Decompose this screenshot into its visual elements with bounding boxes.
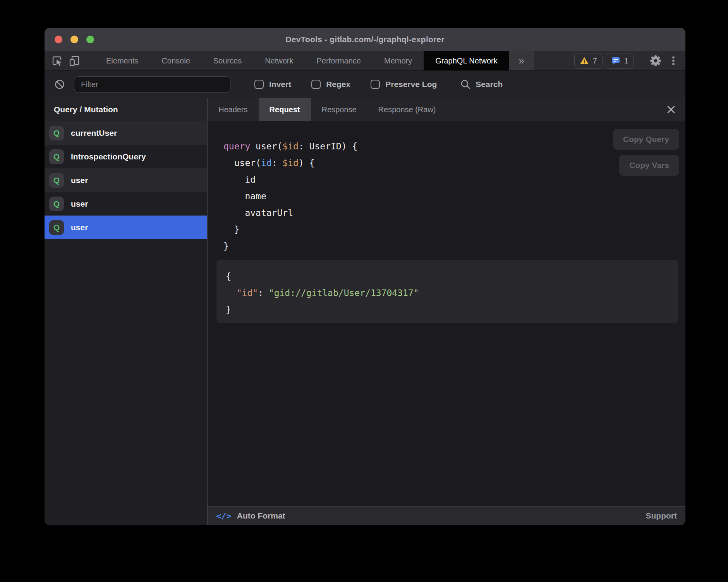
tab-memory[interactable]: Memory — [373, 51, 424, 70]
query-list-item-user-1[interactable]: Q user — [45, 168, 207, 192]
query-label: IntrospectionQuery — [71, 152, 146, 161]
message-count: 1 — [624, 56, 628, 65]
detail-footer: </> Auto Format Support — [208, 506, 685, 525]
tab-request[interactable]: Request — [259, 98, 311, 121]
code-line: } — [226, 301, 678, 318]
close-detail-icon[interactable] — [664, 103, 678, 116]
settings-gear-icon[interactable] — [648, 53, 663, 68]
query-type-badge: Q — [49, 197, 64, 211]
auto-format-button[interactable]: </> Auto Format — [216, 511, 285, 521]
query-list-item-introspectionquery[interactable]: Q IntrospectionQuery — [45, 145, 207, 168]
search-label: Search — [476, 80, 503, 89]
query-list-item-user-3-selected[interactable]: Q user — [45, 216, 207, 239]
toolbar-right-divider — [641, 56, 641, 66]
inspect-element-icon[interactable] — [50, 53, 65, 68]
more-options-icon[interactable] — [666, 53, 681, 68]
preserve-log-checkbox[interactable]: Preserve Log — [371, 80, 437, 89]
more-tabs-icon[interactable]: » — [509, 51, 534, 70]
tab-graphql-network[interactable]: GraphQL Network — [424, 51, 509, 70]
invert-checkbox[interactable]: Invert — [254, 80, 291, 89]
traffic-lights — [55, 28, 94, 51]
tab-network[interactable]: Network — [253, 51, 305, 70]
query-list-item-user-2[interactable]: Q user — [45, 192, 207, 216]
code-line: } — [223, 221, 685, 238]
tab-elements[interactable]: Elements — [94, 51, 150, 70]
variables-code: { "id": "gid://gitlab/User/13704317"} — [226, 268, 678, 318]
tab-console[interactable]: Console — [150, 51, 201, 70]
toolbar-left-icons — [45, 51, 94, 70]
query-type-badge: Q — [49, 173, 64, 188]
main-tab-strip: Elements Console Sources Network Perform… — [94, 51, 534, 70]
window-title: DevTools - gitlab.com/-/graphql-explorer — [285, 35, 444, 44]
tab-performance[interactable]: Performance — [305, 51, 373, 70]
devtools-window: DevTools - gitlab.com/-/graphql-explorer… — [45, 28, 685, 525]
code-line: "id": "gid://gitlab/User/13704317" — [226, 285, 678, 301]
warning-icon — [580, 56, 589, 65]
warnings-badge[interactable]: 7 — [574, 53, 603, 68]
sidebar-header: Query / Mutation — [45, 98, 207, 121]
tab-response[interactable]: Response — [311, 98, 367, 121]
query-sidebar: Query / Mutation Q currentUser Q Introsp… — [45, 98, 208, 525]
filter-input[interactable] — [74, 76, 230, 93]
checkbox-box — [371, 80, 380, 89]
query-type-badge: Q — [49, 126, 64, 140]
toolbar-divider — [88, 56, 88, 66]
tab-response-raw[interactable]: Response (Raw) — [367, 98, 447, 121]
code-line: name — [223, 188, 685, 205]
minimize-window-button[interactable] — [70, 36, 78, 43]
filter-bar: Invert Regex Preserve Log Search — [45, 71, 685, 98]
code-format-icon: </> — [216, 511, 232, 521]
query-label: user — [71, 176, 88, 185]
request-content: query user($id: UserID) { user(id: $id) … — [208, 121, 685, 506]
toolbar-right-cluster: 7 1 — [574, 51, 685, 70]
main-split: Query / Mutation Q currentUser Q Introsp… — [45, 98, 685, 525]
detail-tab-strip: Headers Request Response Response (Raw) — [208, 98, 685, 121]
zoom-window-button[interactable] — [86, 36, 94, 43]
clear-block-icon[interactable] — [52, 77, 67, 92]
copy-query-button[interactable]: Copy Query — [613, 129, 679, 150]
invert-label: Invert — [269, 80, 291, 89]
regex-label: Regex — [326, 80, 350, 89]
query-label: user — [71, 223, 88, 232]
query-type-badge: Q — [49, 149, 64, 164]
query-label: currentUser — [71, 128, 117, 138]
titlebar: DevTools - gitlab.com/-/graphql-explorer — [45, 28, 685, 51]
auto-format-label: Auto Format — [237, 511, 285, 520]
copy-vars-button[interactable]: Copy Vars — [619, 155, 679, 176]
variables-panel: { "id": "gid://gitlab/User/13704317"} — [216, 260, 678, 323]
search-toggle[interactable]: Search — [460, 79, 503, 90]
query-type-badge: Q — [49, 220, 64, 235]
close-window-button[interactable] — [55, 36, 62, 43]
issues-badge[interactable]: 1 — [606, 53, 634, 68]
code-line: avatarUrl — [223, 205, 685, 221]
code-line: { — [226, 268, 678, 285]
detail-panel: Headers Request Response Response (Raw) … — [208, 98, 685, 525]
preserve-log-label: Preserve Log — [385, 80, 437, 89]
tab-headers[interactable]: Headers — [208, 98, 259, 121]
warning-count: 7 — [593, 56, 597, 65]
device-toolbar-icon[interactable] — [67, 53, 82, 68]
code-line: } — [223, 238, 685, 255]
copy-buttons: Copy Query Copy Vars — [613, 129, 679, 176]
query-label: user — [71, 199, 88, 209]
query-list-item-currentuser[interactable]: Q currentUser — [45, 121, 207, 145]
support-link[interactable]: Support — [646, 511, 677, 520]
main-toolbar: Elements Console Sources Network Perform… — [45, 51, 685, 71]
search-icon — [460, 79, 471, 90]
chat-icon — [611, 56, 620, 65]
checkbox-box — [311, 80, 321, 89]
regex-checkbox[interactable]: Regex — [311, 80, 350, 89]
tab-sources[interactable]: Sources — [202, 51, 253, 70]
checkbox-box — [254, 80, 264, 89]
